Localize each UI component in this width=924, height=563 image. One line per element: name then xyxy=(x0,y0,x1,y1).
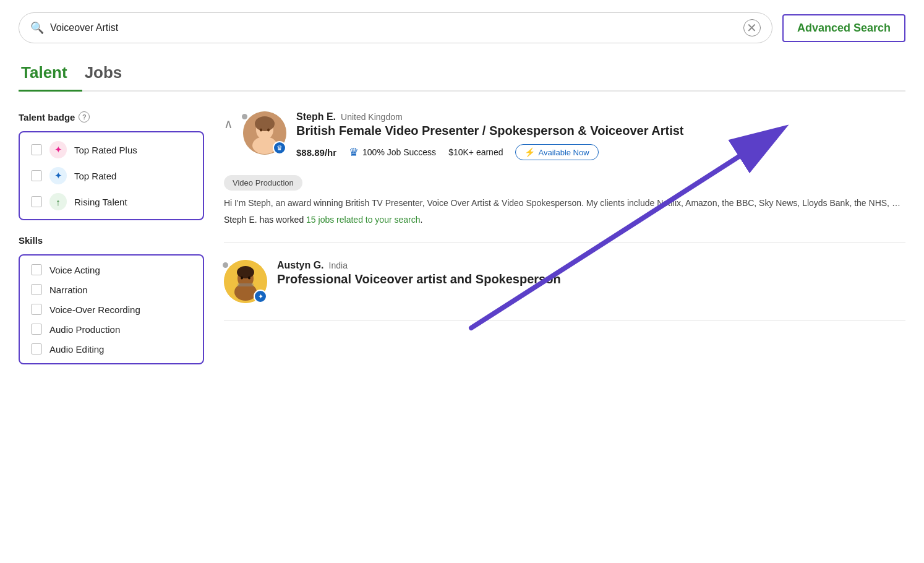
label-top-rated-plus: Top Rated Plus xyxy=(74,145,137,155)
tab-talent[interactable]: Talent xyxy=(19,58,82,92)
stat-rate-steph: $88.89/hr xyxy=(296,147,336,158)
skill-item-voice-acting: Voice Acting xyxy=(31,264,192,275)
svg-point-11 xyxy=(237,266,254,278)
available-now-button-steph[interactable]: ⚡ Available Now xyxy=(515,144,598,160)
top-rated-plus-icon: ✦ xyxy=(49,141,67,158)
avatar-austyn: ✦ xyxy=(224,260,267,303)
checkbox-top-rated-plus[interactable] xyxy=(31,144,42,155)
label-audio-editing: Audio Editing xyxy=(49,344,104,355)
skill-item-voice-over-recording: Voice-Over Recording xyxy=(31,304,192,315)
tab-jobs[interactable]: Jobs xyxy=(82,58,137,92)
card-info-steph: Steph E. United Kingdom British Female V… xyxy=(296,111,905,168)
label-narration: Narration xyxy=(49,285,88,295)
tabs-row: Talent Jobs xyxy=(19,58,905,92)
search-bar: 🔍 ✕ xyxy=(19,12,772,43)
freelancer-card-austyn-g: ✦ Austyn G. India Professional Voiceover… xyxy=(224,260,905,321)
svg-point-6 xyxy=(260,129,262,132)
label-rising-talent: Rising Talent xyxy=(74,197,127,207)
talent-badge-section-title: Talent badge ? xyxy=(19,111,204,122)
checkbox-audio-production[interactable] xyxy=(31,324,42,335)
freelancer-location-steph: United Kingdom xyxy=(341,112,403,122)
filter-item-top-rated: ✦ Top Rated xyxy=(31,167,192,184)
card-description-steph: Hi I'm Steph, an award winning British T… xyxy=(224,197,905,210)
checkbox-top-rated[interactable] xyxy=(31,170,42,181)
freelancer-title-steph[interactable]: British Female Video Presenter / Spokesp… xyxy=(296,124,905,138)
svg-point-5 xyxy=(255,116,275,131)
skill-item-audio-production: Audio Production xyxy=(31,324,192,335)
jobs-related-steph: Steph E. has worked 15 jobs related to y… xyxy=(224,215,905,225)
talent-badge-filter-box: ✦ Top Rated Plus ✦ Top Rated ↑ Rising Ta… xyxy=(19,131,204,220)
tag-pill-steph[interactable]: Video Production xyxy=(224,175,302,191)
rising-talent-icon: ↑ xyxy=(49,193,67,210)
freelancer-location-austyn: India xyxy=(329,260,348,270)
clear-search-button[interactable]: ✕ xyxy=(743,19,761,37)
results-area: ∧ xyxy=(224,111,905,364)
checkbox-narration[interactable] xyxy=(31,284,42,295)
top-rated-icon: ✦ xyxy=(49,167,67,184)
svg-rect-14 xyxy=(237,283,254,286)
filter-item-top-rated-plus: ✦ Top Rated Plus xyxy=(31,141,192,158)
badge-icon-austyn: ✦ xyxy=(254,290,267,303)
help-icon[interactable]: ? xyxy=(79,111,90,122)
search-input[interactable] xyxy=(50,22,737,33)
avatar-steph: ♛ xyxy=(243,111,286,155)
stat-earned-steph: $10K+ earned xyxy=(448,147,503,157)
skills-filter-box: Voice Acting Narration Voice-Over Record… xyxy=(19,254,204,364)
freelancer-name-steph[interactable]: Steph E. xyxy=(296,111,336,122)
skill-item-audio-editing: Audio Editing xyxy=(31,343,192,355)
skills-section-title: Skills xyxy=(19,235,204,246)
label-top-rated: Top Rated xyxy=(74,171,116,181)
checkbox-audio-editing[interactable] xyxy=(31,343,42,355)
svg-point-7 xyxy=(267,129,270,132)
status-dot-austyn xyxy=(221,261,229,269)
crown-icon-steph: ♛ xyxy=(349,145,359,159)
checkbox-rising-talent[interactable] xyxy=(31,196,42,207)
stat-success-steph: ♛ 100% Job Success xyxy=(349,145,436,159)
search-icon: 🔍 xyxy=(30,21,44,35)
label-audio-production: Audio Production xyxy=(49,324,120,335)
lightning-icon-steph: ⚡ xyxy=(524,147,535,157)
checkbox-voice-acting[interactable] xyxy=(31,264,42,275)
stats-row-steph: $88.89/hr ♛ 100% Job Success $10K+ earne… xyxy=(296,144,905,160)
svg-point-12 xyxy=(241,277,243,280)
freelancer-name-austyn[interactable]: Austyn G. xyxy=(277,260,324,271)
badge-icon-steph: ♛ xyxy=(273,141,286,155)
status-dot-steph xyxy=(241,113,249,121)
label-voice-over-recording: Voice-Over Recording xyxy=(49,304,140,315)
checkbox-voice-over-recording[interactable] xyxy=(31,304,42,315)
jobs-related-link-steph[interactable]: 15 jobs related to your search xyxy=(306,215,420,225)
card-info-austyn: Austyn G. India Professional Voiceover a… xyxy=(277,260,905,293)
skill-item-narration: Narration xyxy=(31,284,192,295)
filter-item-rising-talent: ↑ Rising Talent xyxy=(31,193,192,210)
freelancer-card-steph-e: ∧ xyxy=(224,111,905,243)
freelancer-title-austyn[interactable]: Professional Voiceover artist and Spokes… xyxy=(277,272,905,286)
label-voice-acting: Voice Acting xyxy=(49,265,100,275)
advanced-search-button[interactable]: Advanced Search xyxy=(782,14,905,42)
collapse-icon-steph[interactable]: ∧ xyxy=(224,116,233,131)
svg-point-13 xyxy=(248,277,250,280)
sidebar: Talent badge ? ✦ Top Rated Plus ✦ Top Ra… xyxy=(19,111,204,364)
